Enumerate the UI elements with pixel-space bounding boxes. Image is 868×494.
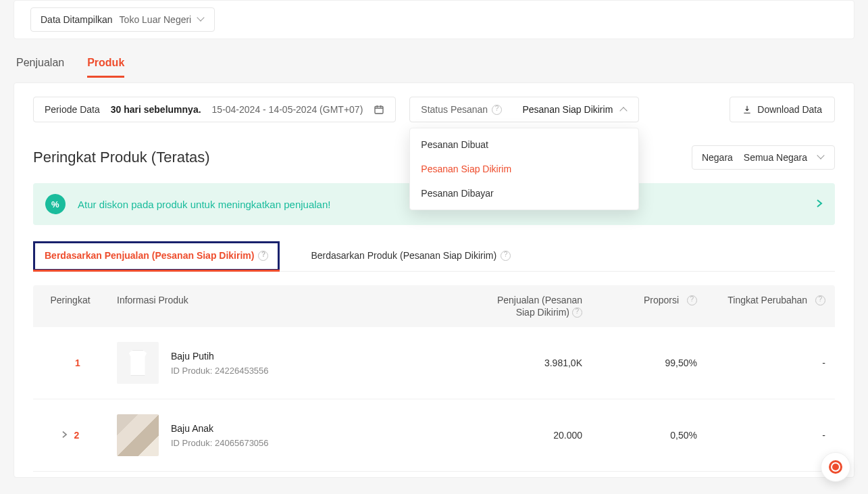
svg-rect-0 [375,106,383,114]
help-icon [492,105,502,115]
banner-text: Atur diskon pada produk untuk meningkatk… [78,199,330,210]
country-value: Semua Negara [744,152,807,163]
ranking-table: Peringkat Informasi Produk Penjualan (Pe… [33,285,835,472]
col-sales: Penjualan (Pesanan Siap Dikirim) [436,295,592,318]
period-preset: 30 hari sebelumnya. [111,104,201,115]
display-scope-value: Toko Luar Negeri [120,14,192,25]
help-icon [687,295,697,305]
order-status-dropdown: Pesanan Dibuat Pesanan Siap Dikirim Pesa… [409,128,639,210]
table-row: 1 Baju Putih ID Produk: 24226453556 3.98… [33,327,835,399]
cell-sales: 20.000 [436,430,592,441]
help-icon [258,251,268,261]
subtab-by-product[interactable]: Berdasarkan Produk (Pesanan Siap Dikirim… [307,241,515,271]
order-status-label: Status Pesanan [421,104,488,115]
main-tabs: Penjualan Produk [14,51,854,77]
product-name: Baju Anak [171,423,269,434]
order-status-value: Pesanan Siap Dikirim [522,104,613,115]
product-thumbnail [117,342,159,384]
cell-change: - [707,357,835,368]
rank-number: 2 [74,430,80,441]
country-label: Negara [702,152,733,163]
table-row: 2 Baju Anak ID Produk: 24065673056 20.00… [33,399,835,472]
help-icon [572,307,582,318]
period-selector[interactable]: Periode Data 30 hari sebelumnya. 15-04-2… [33,97,396,122]
subtab-by-product-label: Berdasarkan Produk (Pesanan Siap Dikirim… [311,250,496,261]
chevron-right-icon [816,197,823,212]
subtab-by-sales-label: Berdasarkan Penjualan (Pesanan Siap Diki… [45,250,254,261]
product-id: ID Produk: 24065673056 [171,438,269,448]
status-option-paid[interactable]: Pesanan Dibayar [410,181,638,205]
subtab-by-sales[interactable]: Berdasarkan Penjualan (Pesanan Siap Diki… [33,241,280,271]
col-rank: Peringkat [33,295,107,305]
cell-change: - [707,430,835,441]
cell-sales: 3.981,0K [436,357,592,368]
chevron-down-icon [198,16,205,23]
section-title: Peringkat Produk (Teratas) [33,149,210,166]
discount-tag-icon: % [44,193,68,216]
product-thumbnail [117,414,159,456]
order-status-select[interactable]: Status Pesanan Pesanan Siap Dikirim [409,97,639,122]
rank-number: 1 [75,357,80,368]
chat-fab[interactable] [821,452,850,482]
tab-produk[interactable]: Produk [87,51,124,77]
country-select[interactable]: Negara Semua Negara [692,145,835,170]
product-id: ID Produk: 24226453556 [171,366,269,376]
status-option-created[interactable]: Pesanan Dibuat [410,132,638,157]
chat-icon [829,460,842,474]
help-icon [815,295,825,305]
table-header: Peringkat Informasi Produk Penjualan (Pe… [33,285,835,327]
download-label: Download Data [757,104,822,115]
help-icon [501,251,511,261]
chevron-down-icon [818,154,825,161]
period-range: 15-04-2024 - 14-05-2024 (GMT+07) [212,104,363,115]
ranking-subtabs: Berdasarkan Penjualan (Pesanan Siap Diki… [33,241,835,272]
col-prop: Proporsi [592,295,707,305]
cell-prop: 99,50% [592,357,707,368]
calendar-icon [374,104,384,115]
cell-prop: 0,50% [592,430,707,441]
period-label: Periode Data [45,104,100,115]
expand-row-icon[interactable] [61,430,68,441]
col-change: Tingkat Perubahan [707,295,835,305]
chevron-up-icon [621,106,628,113]
display-scope-label: Data Ditampilkan [41,14,113,25]
product-name: Baju Putih [171,351,269,362]
content-panel: Periode Data 30 hari sebelumnya. 15-04-2… [14,82,854,478]
download-button[interactable]: Download Data [730,97,835,122]
tab-penjualan[interactable]: Penjualan [16,51,64,77]
display-scope-select[interactable]: Data Ditampilkan Toko Luar Negeri [30,7,215,32]
download-icon [742,105,752,114]
display-scope-card: Data Ditampilkan Toko Luar Negeri [14,0,854,39]
status-option-ready[interactable]: Pesanan Siap Dikirim [410,157,638,181]
col-info: Informasi Produk [107,295,436,305]
